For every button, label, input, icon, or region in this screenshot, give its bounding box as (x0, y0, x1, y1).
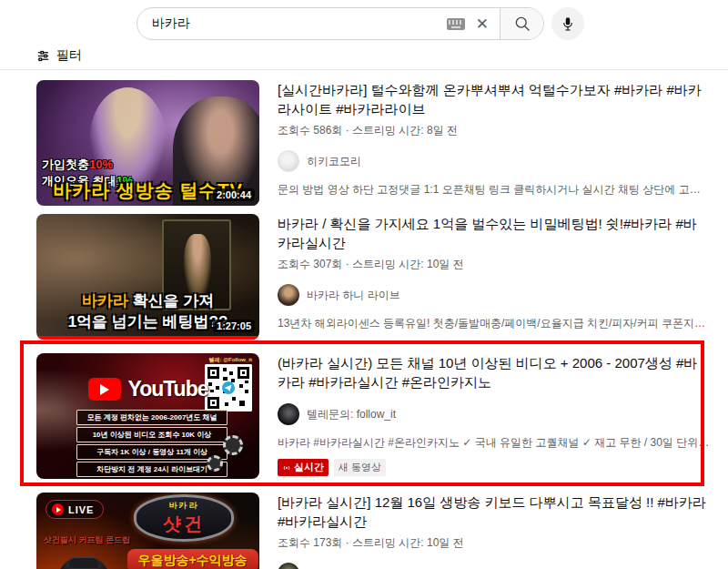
youtube-logo-text: YouTube (128, 377, 208, 401)
video-title[interactable]: [실시간바카라] 털수와함께 온카뿌셔뿌셔 억털수가보자 #바카라 #바카라사이… (278, 80, 710, 118)
video-duration: 1:27:05 (213, 320, 255, 332)
video-3-thumbnail[interactable]: 텔레: @Follow_it YouTube 모든 계정 편차없는 2006-2… (36, 353, 259, 479)
youtube-play-icon (88, 378, 121, 401)
channel-row[interactable]: 바카라 하니 라이브 (278, 284, 710, 306)
channel-avatar[interactable] (278, 284, 299, 306)
video-description: 바카라 #바카라실시간 #온라인카지노 ✓ 국내 유일한 고퀄채널 ✓ 재고 무… (278, 435, 710, 451)
search-bar: ✕ (136, 7, 544, 40)
channel-name[interactable]: 바카라 하니 라이브 (307, 288, 400, 303)
video-title[interactable]: (바카라 실시간) 모든 채널 10년 이상된 비디오 + 2006 - 200… (278, 353, 710, 391)
feature-row: 모든 계정 편차없는 2006-2007년도 채널 (76, 410, 228, 425)
thumbnail-caption: 샷건필시 커프팀 콘드립 (44, 534, 130, 546)
video-result-4: LIVE 바카라 샷건 샷건필시 커프팀 콘드립 우울방송+수익방송 [바카라 … (36, 493, 710, 569)
thumbnail-banner-text: 우울방송+수익방송 (126, 549, 258, 569)
feature-row: 10년 이상된 비디오 조회수 10K 이상 (76, 427, 228, 442)
badge-row: 실시간 새 동영상 (278, 459, 710, 476)
video-result-2: 바카라 확신을 가져 1억을 넘기는 베팅법?? 1:27:05 바카라 / 확… (36, 214, 710, 340)
filter-icon (36, 49, 50, 63)
video-title[interactable]: [바카라 실시간] 12월 16일 생방송 키보드 다뿌시고 목표달성 !! #… (278, 493, 710, 531)
feature-row: 차단방지 전 계정 24시 라이브대기 (76, 462, 228, 477)
video-4-thumbnail[interactable]: LIVE 바카라 샷건 샷건필시 커프팀 콘드립 우울방송+수익방송 (36, 493, 259, 569)
poker-chip (207, 455, 223, 472)
new-video-badge: 새 동영상 (334, 459, 386, 476)
channel-row[interactable]: 히키코모리 (278, 150, 710, 172)
video-1-thumbnail[interactable]: 가입첫충10% 개인요율 최대1% 바카라 생방송 털수TV 2:00:44 (36, 80, 259, 206)
keyboard-icon[interactable] (447, 18, 465, 30)
filter-button[interactable]: 필터 (36, 47, 82, 64)
search-input[interactable] (137, 16, 447, 31)
channel-row[interactable]: 텔레문의: follow_it (278, 403, 710, 425)
channel-name[interactable]: 텔레문의: follow_it (307, 407, 396, 422)
thumbnail-text-line-1: 바카라 확신을 가져 (36, 290, 259, 311)
channel-avatar[interactable] (278, 403, 299, 425)
video-description: 13년차 해외라이센스 등록유일! 첫충/돌발매충/페이백/요율지급 치킨/피자… (278, 316, 710, 331)
video-result-3: 텔레: @Follow_it YouTube 모든 계정 편차없는 2006-2… (36, 353, 710, 479)
thumbnail-feature-list: 모든 계정 편차없는 2006-2007년도 채널 10년 이상된 비디오 조회… (76, 410, 228, 479)
video-meta: 조회수 586회 · 스트리밍 시간: 8일 전 (278, 123, 710, 138)
feature-row: 구독자 1K 이상 / 동영상 11개 이상 (76, 444, 228, 460)
play-icon (52, 503, 64, 515)
video-description: 문의 방법 영상 하단 고정댓글 1:1 오픈채팅 링크 클릭하시거나 실시간 … (278, 182, 710, 198)
channel-row[interactable]: 바카라 샷건 109 (278, 563, 710, 569)
channel-name[interactable]: 히키코모리 (307, 154, 361, 169)
channel-avatar[interactable] (278, 150, 299, 172)
search-button[interactable] (500, 8, 543, 39)
video-meta: 조회수 173회 · 스트리밍 시간: 10일 전 (278, 535, 710, 551)
thumbnail-dealer-figure (184, 234, 211, 298)
live-badge: 실시간 (278, 459, 329, 476)
poker-chip (223, 435, 243, 455)
clear-search-button[interactable]: ✕ (474, 16, 500, 32)
thumbnail-shotgun-logo: 바카라 샷건 (134, 494, 234, 542)
video-result-1: 가입첫충10% 개인요율 최대1% 바카라 생방송 털수TV 2:00:44 [… (36, 80, 710, 206)
video-duration: 2:00:44 (213, 188, 255, 201)
video-meta: 조회수 307회 · 스트리밍 시간: 10일 전 (278, 257, 710, 272)
video-2-thumbnail[interactable]: 바카라 확신을 가져 1억을 넘기는 베팅법?? 1:27:05 (36, 214, 259, 340)
channel-avatar[interactable] (278, 563, 299, 569)
thumbnail-telegram-label: 텔레: @Follow_it (208, 356, 252, 364)
broadcast-icon (282, 463, 291, 472)
youtube-logo: YouTube (36, 377, 259, 401)
channel-name[interactable]: 바카라 샷건 109 (307, 566, 386, 569)
header-divider (0, 69, 728, 70)
microphone-icon (560, 15, 576, 32)
thumbnail-cap (69, 556, 98, 568)
search-icon (513, 15, 531, 33)
thumbnail-promo-line-1: 가입첫충10% (42, 157, 113, 173)
thumbnail-live-badge: LIVE (46, 500, 104, 519)
voice-search-button[interactable] (551, 7, 584, 40)
watch-progress-bar (36, 336, 259, 340)
video-title[interactable]: 바카라 / 확신을 가지세요 1억을 벌수있는 비밀베팅법! 쉿!#바카라 #바… (278, 214, 710, 252)
filter-label: 필터 (56, 47, 82, 64)
